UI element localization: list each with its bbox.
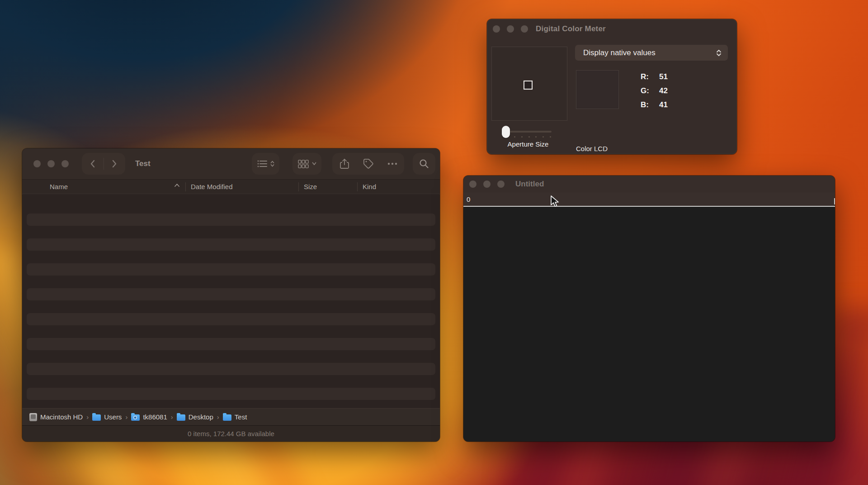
minimize-button[interactable] — [507, 25, 514, 33]
search-button[interactable] — [413, 153, 435, 175]
path-separator: › — [217, 413, 219, 421]
sort-ascending-icon — [174, 183, 180, 187]
red-value: 51 — [652, 72, 668, 81]
arrow-cursor-icon — [548, 195, 560, 208]
file-list-area[interactable] — [22, 195, 440, 408]
close-button[interactable] — [33, 160, 41, 167]
more-options-button[interactable] — [380, 153, 404, 175]
path-item-desktop[interactable]: Desktop — [177, 413, 213, 421]
finder-window: Test — [22, 148, 440, 442]
aperture-size-label: Aperture Size — [490, 140, 566, 148]
cell-value: 0 — [467, 195, 470, 203]
tag-icon — [363, 158, 374, 169]
close-button[interactable] — [469, 181, 476, 188]
blue-value: 41 — [652, 100, 668, 109]
status-bar: 0 items, 172.44 GB available — [22, 425, 440, 442]
path-item-home[interactable]: tk86081 — [131, 413, 167, 421]
list-column-headers: Name Date Modified Size Kind — [22, 179, 440, 194]
folder-icon — [177, 414, 185, 421]
path-separator: › — [86, 413, 89, 421]
file-row-stripe — [27, 388, 435, 400]
green-label: G: — [641, 86, 652, 95]
chevron-right-icon — [112, 159, 117, 168]
focused-cell-row[interactable]: 0 — [463, 193, 835, 207]
tags-button[interactable] — [356, 153, 380, 175]
column-divider[interactable] — [298, 182, 299, 191]
column-divider[interactable] — [357, 182, 358, 191]
minimize-button[interactable] — [47, 160, 55, 167]
zoom-button[interactable] — [497, 181, 505, 188]
file-row-stripe — [27, 338, 435, 350]
column-divider[interactable] — [185, 182, 186, 191]
path-separator: › — [171, 413, 173, 421]
aperture-slider-thumb[interactable] — [502, 126, 510, 138]
window-title: Digital Color Meter — [536, 19, 606, 39]
file-row-stripe — [27, 214, 435, 226]
file-row-stripe — [27, 363, 435, 375]
path-item-test[interactable]: Test — [223, 413, 247, 421]
column-header-name[interactable]: Name — [50, 180, 68, 194]
rgb-row-green: G: 42 — [641, 86, 668, 95]
search-icon — [419, 159, 429, 169]
rgb-row-red: R: 51 — [641, 72, 668, 81]
updown-chevron-icon — [716, 49, 722, 57]
close-button[interactable] — [493, 25, 500, 33]
file-row-stripe — [27, 288, 435, 300]
aperture-slider-ticks — [514, 136, 551, 138]
path-separator: › — [125, 413, 127, 421]
share-button[interactable] — [332, 153, 356, 175]
toolbar-action-group — [332, 153, 404, 175]
path-item-users[interactable]: Users — [92, 413, 122, 421]
blue-label: B: — [641, 100, 652, 109]
color-swatch — [576, 70, 619, 109]
grid-view-icon — [298, 160, 309, 168]
untitled-traffic-lights — [469, 181, 505, 188]
zoom-button[interactable] — [61, 160, 69, 167]
display-mode-dropdown[interactable]: Display native values — [575, 45, 728, 61]
share-icon — [340, 158, 349, 169]
finder-traffic-lights — [33, 160, 69, 167]
aperture-square — [524, 81, 533, 90]
path-item-macintosh-hd[interactable]: Macintosh HD — [29, 413, 83, 421]
column-header-kind[interactable]: Kind — [363, 180, 376, 194]
home-folder-icon — [131, 414, 140, 421]
forward-button[interactable] — [104, 153, 126, 175]
untitled-window: Untitled 0 — [463, 176, 835, 442]
group-by-button[interactable] — [292, 153, 321, 175]
window-title: Test — [135, 148, 151, 179]
back-button[interactable] — [82, 153, 104, 175]
updown-chevron-icon — [270, 160, 274, 167]
digital-color-meter-window: Digital Color Meter Display native value… — [487, 19, 737, 154]
rgb-readout: R: 51 G: 42 B: 41 — [641, 72, 668, 109]
status-text: 0 items, 172.44 GB available — [188, 430, 274, 437]
dcm-titlebar — [487, 19, 737, 39]
magnified-preview — [491, 47, 567, 121]
zoom-button[interactable] — [521, 25, 528, 33]
chevron-left-icon — [90, 159, 95, 168]
green-value: 42 — [652, 86, 668, 95]
ellipsis-icon — [387, 162, 397, 165]
column-header-size[interactable]: Size — [304, 180, 317, 194]
folder-icon — [92, 414, 101, 421]
red-label: R: — [641, 72, 652, 81]
finder-toolbar: Test — [22, 148, 440, 179]
path-bar: Macintosh HD › Users › tk86081 › Desktop… — [22, 408, 440, 425]
dropdown-value: Display native values — [583, 48, 716, 57]
window-title: Untitled — [515, 176, 544, 193]
file-row-stripe — [27, 238, 435, 251]
chevron-down-icon — [312, 162, 316, 166]
hard-drive-icon — [29, 413, 37, 421]
mouse-cursor — [548, 195, 560, 210]
list-view-button[interactable] — [252, 153, 279, 175]
file-row-stripe — [27, 313, 435, 325]
file-row-stripe — [27, 263, 435, 276]
minimize-button[interactable] — [483, 181, 491, 188]
column-header-date-modified[interactable]: Date Modified — [191, 180, 233, 194]
rgb-row-blue: B: 41 — [641, 100, 668, 109]
folder-icon — [223, 414, 231, 421]
focus-ring-right-edge — [834, 198, 835, 204]
untitled-content-area[interactable] — [463, 208, 835, 442]
display-name-label: Color LCD — [576, 145, 608, 152]
list-view-icon — [257, 160, 267, 168]
dcm-traffic-lights — [493, 25, 528, 33]
